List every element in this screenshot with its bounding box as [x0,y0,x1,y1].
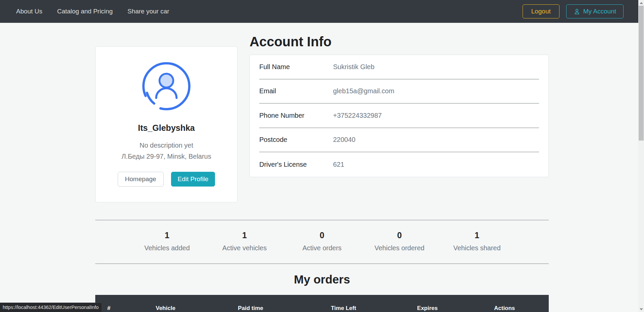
logout-button[interactable]: Logout [523,4,559,18]
account-info-card: Full Name Sukristik Gleb Email gleb15a@g… [250,55,549,177]
profile-address: Л.Беды 29-97, Minsk, Belarus [104,153,229,160]
user-avatar-icon [141,61,192,112]
column-header-actions: Actions [460,295,549,312]
edit-profile-button[interactable]: Edit Profile [171,172,215,187]
info-label: Driver's License [259,161,333,168]
homepage-button[interactable]: Homepage [118,172,164,187]
stats-row: 1 Vehicles added 1 Active vehicles 0 Act… [95,220,549,263]
nav-link-about-us[interactable]: About Us [16,5,42,18]
stat-active-vehicles: 1 Active vehicles [206,230,283,252]
profile-buttons: Homepage Edit Profile [104,172,229,187]
orders-table-header: # Vehicle Paid time Time Left Expires Ac… [95,295,549,312]
my-account-button[interactable]: My Account [566,4,624,18]
top-navbar: About Us Catalog and Pricing Share your … [0,0,638,23]
column-header-vehicle: Vehicle [122,295,209,312]
profile-card: Its_Glebyshka No description yet Л.Беды … [95,46,237,202]
stat-vehicles-ordered: 0 Vehicles ordered [361,230,438,252]
nav-links: About Us Catalog and Pricing Share your … [16,5,184,18]
stat-value: 1 [438,230,516,240]
stat-label: Vehicles added [128,244,206,252]
profile-username: Its_Glebyshka [104,123,229,133]
stat-vehicles-shared: 1 Vehicles shared [438,230,516,252]
stat-value: 0 [283,230,361,240]
info-label: Email [259,87,333,95]
info-row-email: Email gleb15a@gmail.com [259,80,539,104]
main-container: Its_Glebyshka No description yet Л.Беды … [95,23,549,312]
info-value: Sukristik Gleb [333,63,374,71]
info-label: Phone Number [259,112,333,119]
stat-label: Active vehicles [206,244,283,252]
scroll-down-arrow-icon[interactable] [638,306,644,312]
scroll-up-arrow-icon[interactable] [638,0,644,6]
info-value: 220040 [333,136,356,144]
browser-status-url: https://localhost:44362/EditUserPersonal… [0,303,102,312]
profile-description: No description yet [104,142,229,149]
info-row-phone-number: Phone Number +375224332987 [259,104,539,128]
stats-divider-bottom [95,263,549,264]
column-header-time-left: Time Left [292,295,394,312]
stat-label: Vehicles shared [438,244,516,252]
info-row-postcode: Postcode 220040 [259,128,539,153]
scrollbar-thumb[interactable] [639,6,644,141]
stat-label: Vehicles ordered [361,244,438,252]
column-header-expires: Expires [394,295,460,312]
column-header-paid-time: Paid time [209,295,292,312]
avatar [104,61,229,112]
orders-table: # Vehicle Paid time Time Left Expires Ac… [95,295,549,312]
info-row-full-name: Full Name Sukristik Gleb [259,55,539,80]
nav-link-share-your-car[interactable]: Share your car [127,5,169,18]
stat-vehicles-added: 1 Vehicles added [128,230,206,252]
person-icon [574,8,580,15]
info-value: 621 [333,161,344,168]
info-value: +375224332987 [333,112,382,119]
info-label: Full Name [259,63,333,71]
info-value: gleb15a@gmail.com [333,87,394,95]
my-account-label: My Account [583,8,616,15]
nav-link-catalog-and-pricing[interactable]: Catalog and Pricing [57,5,113,18]
account-info-title: Account Info [250,34,549,49]
info-label: Postcode [259,136,333,144]
stat-value: 1 [206,230,283,240]
stat-value: 1 [128,230,206,240]
stat-active-orders: 0 Active orders [283,230,361,252]
stat-label: Active orders [283,244,361,252]
my-orders-title: My orders [95,273,549,286]
vertical-scrollbar[interactable] [638,0,644,312]
stat-value: 0 [361,230,438,240]
top-section: Its_Glebyshka No description yet Л.Беды … [95,23,549,202]
info-row-drivers-license: Driver's License 621 [259,152,539,177]
account-info-section: Account Info Full Name Sukristik Gleb Em… [250,23,549,177]
